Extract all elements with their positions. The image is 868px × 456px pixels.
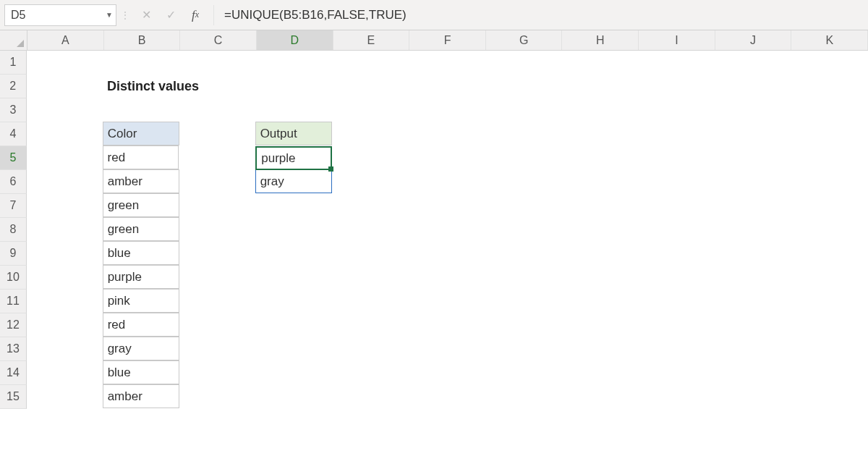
cell-H13[interactable]: [562, 337, 639, 361]
cell-H8[interactable]: [562, 218, 639, 242]
cell-A12[interactable]: [27, 313, 103, 337]
cell-K4[interactable]: [791, 122, 868, 146]
cell-C13[interactable]: [179, 337, 256, 361]
column-header-A[interactable]: A: [27, 30, 104, 50]
cell-D1[interactable]: [256, 51, 333, 75]
cell-I11[interactable]: [638, 290, 715, 313]
cell-E9[interactable]: [332, 242, 409, 266]
cell-F1[interactable]: [409, 51, 486, 75]
cell-I14[interactable]: [638, 361, 715, 385]
cell-J4[interactable]: [715, 122, 791, 146]
row-header-10[interactable]: 10: [0, 266, 27, 290]
cell-J11[interactable]: [715, 290, 791, 313]
cell-K1[interactable]: [791, 51, 868, 75]
fill-handle[interactable]: [328, 166, 333, 172]
row-header-9[interactable]: 9: [0, 242, 27, 266]
cell-H11[interactable]: [562, 290, 639, 313]
cell-B6[interactable]: amber: [103, 169, 179, 193]
cell-I10[interactable]: [638, 266, 715, 290]
cell-F9[interactable]: [409, 242, 485, 266]
cell-A9[interactable]: [27, 242, 103, 266]
cell-K6[interactable]: [791, 170, 868, 194]
cell-D2[interactable]: [258, 75, 334, 98]
cell-E13[interactable]: [332, 337, 409, 361]
cell-A5[interactable]: [27, 146, 103, 170]
cell-B2[interactable]: Distinct values: [103, 75, 182, 98]
cell-G3[interactable]: [485, 98, 562, 122]
cell-B3[interactable]: [103, 98, 180, 122]
cell-G13[interactable]: [485, 337, 562, 361]
cell-B5[interactable]: red: [103, 145, 179, 169]
cell-C9[interactable]: [179, 242, 256, 266]
cell-F10[interactable]: [409, 266, 485, 290]
cell-B1[interactable]: [103, 51, 180, 75]
cell-D6[interactable]: gray: [255, 169, 332, 193]
cell-I3[interactable]: [639, 98, 715, 122]
column-header-B[interactable]: B: [104, 30, 181, 50]
cell-D11[interactable]: [255, 290, 332, 313]
cell-D13[interactable]: [255, 337, 332, 361]
cell-K3[interactable]: [791, 98, 868, 122]
cell-J1[interactable]: [715, 51, 792, 75]
cell-K13[interactable]: [791, 337, 868, 361]
cell-H12[interactable]: [562, 313, 639, 337]
cell-E6[interactable]: [332, 170, 409, 194]
cell-F3[interactable]: [409, 98, 486, 122]
cell-F4[interactable]: [409, 122, 485, 146]
row-header-13[interactable]: 13: [0, 337, 27, 361]
cell-D8[interactable]: [255, 218, 332, 242]
cell-I2[interactable]: [639, 75, 715, 98]
cell-D10[interactable]: [255, 266, 332, 290]
cell-D4[interactable]: Output: [255, 122, 332, 145]
row-header-1[interactable]: 1: [0, 51, 27, 75]
cell-F15[interactable]: [409, 385, 485, 409]
cell-F7[interactable]: [409, 194, 485, 218]
cell-A10[interactable]: [27, 266, 103, 290]
column-header-F[interactable]: F: [409, 30, 486, 50]
cell-A7[interactable]: [27, 194, 103, 218]
cell-K11[interactable]: [791, 290, 868, 313]
cell-K9[interactable]: [791, 242, 868, 266]
cell-D5[interactable]: purple: [255, 146, 332, 170]
row-header-15[interactable]: 15: [0, 385, 27, 409]
cell-F8[interactable]: [409, 218, 485, 242]
row-header-7[interactable]: 7: [0, 194, 27, 218]
cell-C7[interactable]: [179, 194, 256, 218]
cell-H6[interactable]: [561, 170, 638, 194]
cell-J14[interactable]: [715, 361, 791, 385]
cell-E3[interactable]: [333, 98, 409, 122]
cell-J10[interactable]: [715, 266, 791, 290]
row-header-12[interactable]: 12: [0, 313, 27, 337]
cell-J6[interactable]: [715, 170, 791, 194]
cell-K15[interactable]: [791, 385, 868, 409]
cell-A4[interactable]: [27, 122, 103, 146]
cell-H7[interactable]: [562, 194, 639, 218]
cell-G7[interactable]: [485, 194, 562, 218]
cell-G14[interactable]: [485, 361, 562, 385]
cell-K2[interactable]: [792, 75, 868, 98]
cell-G15[interactable]: [485, 385, 562, 409]
cell-J8[interactable]: [715, 218, 791, 242]
cell-F12[interactable]: [409, 313, 485, 337]
cell-K7[interactable]: [791, 194, 868, 218]
cell-C14[interactable]: [179, 361, 256, 385]
cell-A6[interactable]: [27, 170, 103, 194]
cell-E15[interactable]: [332, 385, 409, 409]
cell-D7[interactable]: [255, 194, 332, 218]
enter-icon[interactable]: ✓: [158, 4, 183, 26]
cell-I8[interactable]: [638, 218, 715, 242]
formula-input[interactable]: =UNIQUE(B5:B16,FALSE,TRUE): [220, 4, 864, 26]
cell-B10[interactable]: purple: [103, 265, 179, 289]
cell-E5[interactable]: [332, 146, 409, 170]
cell-C5[interactable]: [179, 146, 255, 170]
cell-J9[interactable]: [715, 242, 791, 266]
cell-C11[interactable]: [179, 290, 256, 313]
cell-E11[interactable]: [332, 290, 409, 313]
cell-E1[interactable]: [333, 51, 409, 75]
cell-C15[interactable]: [179, 385, 256, 409]
cell-I12[interactable]: [638, 313, 715, 337]
cell-G10[interactable]: [485, 266, 562, 290]
cell-I15[interactable]: [638, 385, 715, 409]
cell-H15[interactable]: [562, 385, 639, 409]
cell-H14[interactable]: [562, 361, 639, 385]
